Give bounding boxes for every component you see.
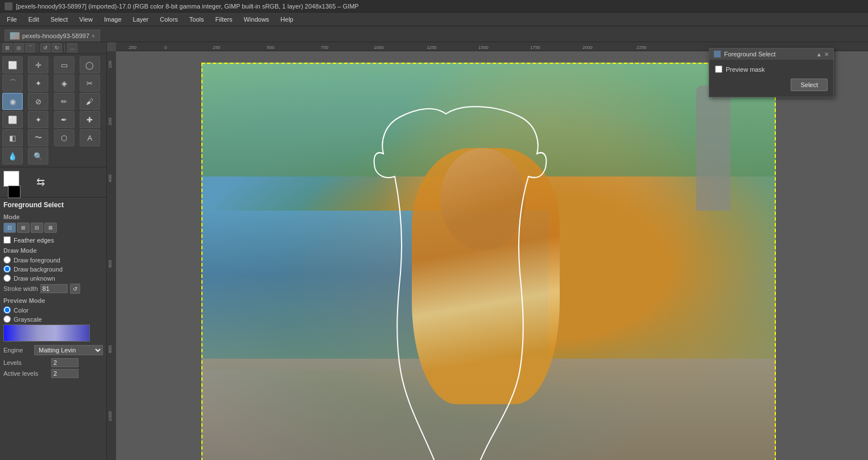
main-layout: ⊞ ◎ ⌒ ↺ ↻ … ⬜ ✛ ▭ ◯ ⌒ ✦ ◈ ✂ ◉ ⊘ ✏ 🖌 ⬜ ✦ … <box>0 42 868 460</box>
tool-heal[interactable]: ✚ <box>80 111 100 128</box>
select-button[interactable]: Select <box>791 79 828 91</box>
dialog-minimize-button[interactable]: ▲ <box>816 51 822 57</box>
undo-icon[interactable]: ↺ <box>40 43 51 52</box>
tool-airbrush[interactable]: ✦ <box>28 111 48 128</box>
tool-ink[interactable]: ✒ <box>54 111 75 128</box>
tab-label: pexels-hnoody93-58997 <box>22 32 89 39</box>
menu-layer[interactable]: Layer <box>129 15 154 24</box>
mode-replace[interactable]: ⊡ <box>3 223 16 233</box>
tool-fg-select[interactable]: ◉ <box>2 93 23 110</box>
draw-unknown-radio[interactable] <box>3 274 11 282</box>
tool-pencil[interactable]: ✏ <box>54 93 75 110</box>
menu-view[interactable]: View <box>75 15 97 24</box>
svg-text:0: 0 <box>164 45 167 50</box>
tab-close-button[interactable]: × <box>92 33 95 39</box>
menu-select[interactable]: Select <box>46 15 73 24</box>
stroke-width-input[interactable] <box>40 284 68 293</box>
stroke-reset-button[interactable]: ↺ <box>70 284 80 294</box>
layers-icon[interactable]: ⊞ <box>2 43 13 52</box>
menu-edit[interactable]: Edit <box>24 15 44 24</box>
menu-help[interactable]: Help <box>276 15 298 24</box>
tool-new[interactable]: ⬜ <box>2 56 23 73</box>
draw-foreground-row: Draw foreground <box>3 256 103 264</box>
dialog-icon <box>714 51 721 57</box>
background-color-swatch[interactable] <box>8 186 20 198</box>
tool-icons-grid: ⬜ ✛ ▭ ◯ ⌒ ✦ ◈ ✂ ◉ ⊘ ✏ 🖌 ⬜ ✦ ✒ ✚ ◧ 〜 ⬡ A … <box>0 54 106 167</box>
svg-text:-250: -250 <box>127 45 137 50</box>
menu-tools[interactable]: Tools <box>185 15 209 24</box>
draw-background-label: Draw background <box>14 266 63 273</box>
menu-filters[interactable]: Filters <box>211 15 237 24</box>
svg-text:800: 800 <box>108 345 113 353</box>
more-icon[interactable]: … <box>67 43 77 52</box>
tool-fuzzy[interactable]: ✦ <box>28 75 48 92</box>
levels-label: Levels <box>3 359 49 366</box>
active-levels-row: Active levels <box>3 369 103 378</box>
image-tab[interactable]: pexels-hnoody93-58997 × <box>5 30 100 42</box>
preview-color-row: Color <box>3 306 103 314</box>
foreground-color-swatch[interactable] <box>3 171 19 187</box>
tool-color-select[interactable]: ◈ <box>54 75 75 92</box>
tool-ellipse[interactable]: ◯ <box>80 56 100 73</box>
engine-row: Engine Matting Levin <box>3 345 103 355</box>
channels-icon[interactable]: ◎ <box>14 43 24 52</box>
stroke-width-row: Stroke width ↺ <box>3 284 103 294</box>
tool-options-panel: Foreground Select Mode ⊡ ⊞ ⊟ ⊠ Feather e… <box>0 198 106 460</box>
active-levels-input[interactable] <box>51 369 78 378</box>
draw-unknown-label: Draw unknown <box>14 275 55 282</box>
tool-move[interactable]: ✛ <box>28 56 48 73</box>
color-preview-strip <box>3 325 90 342</box>
mode-section-label: Mode <box>3 213 103 220</box>
dialog-controls: ▲ ✕ <box>816 51 829 57</box>
tool-text[interactable]: A <box>80 129 100 146</box>
mode-intersect[interactable]: ⊠ <box>44 223 57 233</box>
menu-file[interactable]: File <box>2 15 22 24</box>
draw-background-radio[interactable] <box>3 265 11 273</box>
tool-erase[interactable]: ⬜ <box>2 111 23 128</box>
canvas-area: -250 0 250 500 750 1000 1250 1500 1750 2… <box>107 42 868 460</box>
tool-rect[interactable]: ▭ <box>54 56 75 73</box>
svg-text:100: 100 <box>108 60 113 68</box>
stroke-width-label: Stroke width <box>3 285 38 292</box>
tool-smudge[interactable]: 〜 <box>28 129 48 146</box>
tool-free[interactable]: ⌒ <box>2 75 23 92</box>
mode-add[interactable]: ⊞ <box>17 223 30 233</box>
swap-colors-icon[interactable]: ⇆ <box>36 176 45 188</box>
mode-subtract[interactable]: ⊟ <box>31 223 43 233</box>
tool-color-picker[interactable]: 💧 <box>2 147 23 165</box>
svg-text:1750: 1750 <box>530 45 540 50</box>
draw-foreground-label: Draw foreground <box>14 257 60 264</box>
menu-windows[interactable]: Windows <box>239 15 274 24</box>
vertical-ruler: 100 200 400 600 800 1000 <box>107 51 116 460</box>
svg-text:250: 250 <box>213 45 221 50</box>
preview-color-radio[interactable] <box>3 306 11 314</box>
tool-paths[interactable]: ⊘ <box>28 93 48 110</box>
dialog-close-button[interactable]: ✕ <box>824 51 829 57</box>
paths-icon[interactable]: ⌒ <box>25 43 35 52</box>
active-levels-label: Active levels <box>3 370 49 377</box>
image-canvas-container[interactable] <box>116 51 868 460</box>
tool-clone[interactable]: ◧ <box>2 129 23 146</box>
levels-input[interactable] <box>51 358 78 367</box>
engine-label: Engine <box>3 347 32 354</box>
draw-foreground-radio[interactable] <box>3 256 11 264</box>
feather-edges-checkbox[interactable] <box>3 236 11 244</box>
preview-grayscale-radio[interactable] <box>3 315 11 323</box>
tool-scissors[interactable]: ✂ <box>80 75 100 92</box>
tool-paint[interactable]: 🖌 <box>80 93 100 110</box>
dog-photo <box>201 63 776 460</box>
engine-select[interactable]: Matting Levin <box>34 345 103 355</box>
svg-text:2000: 2000 <box>582 45 593 50</box>
redo-icon[interactable]: ↻ <box>52 43 62 52</box>
menu-colors[interactable]: Colors <box>155 15 183 24</box>
tab-thumbnail <box>10 32 20 40</box>
tool-perspective[interactable]: ⬡ <box>54 129 75 146</box>
dialog-titlebar: Foreground Select ▲ ✕ <box>709 48 833 60</box>
preview-color-label: Color <box>14 307 28 314</box>
canvas-image[interactable] <box>201 63 776 460</box>
tool-zoom[interactable]: 🔍 <box>28 147 48 165</box>
svg-text:200: 200 <box>108 117 113 125</box>
menu-image[interactable]: Image <box>100 15 126 24</box>
levels-row: Levels <box>3 358 103 367</box>
preview-mask-checkbox[interactable] <box>715 65 722 73</box>
